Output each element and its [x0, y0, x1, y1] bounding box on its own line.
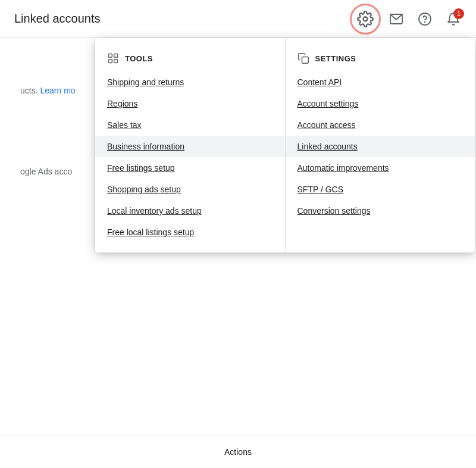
svg-rect-5 — [114, 54, 118, 58]
mail-icon — [389, 12, 403, 26]
page-title: Linked accounts — [14, 12, 101, 26]
svg-point-2 — [419, 13, 431, 25]
menu-conversion-settings[interactable]: Conversion settings — [286, 200, 475, 221]
menu-shopping-ads-setup[interactable]: Shopping ads setup — [95, 179, 285, 200]
menu-sftp-gcs[interactable]: SFTP / GCS — [286, 179, 475, 200]
actions-label: Actions — [224, 447, 252, 457]
products-text: ucts. — [20, 86, 38, 95]
notifications-button[interactable]: 1 — [440, 6, 466, 32]
menu-content-api[interactable]: Content API — [286, 71, 475, 93]
menu-shipping-returns[interactable]: Shipping and returns — [95, 71, 285, 93]
settings-header: SETTINGS — [286, 48, 475, 71]
menu-automatic-improvements[interactable]: Automatic improvements — [286, 157, 475, 179]
tools-column: TOOLS Shipping and returns Regions Sales… — [95, 38, 286, 252]
tools-col-label: TOOLS — [125, 54, 153, 63]
mail-button[interactable] — [383, 6, 409, 32]
svg-point-0 — [364, 17, 368, 21]
gear-icon — [357, 11, 374, 27]
menu-account-settings[interactable]: Account settings — [286, 93, 475, 114]
menu-free-local-listings[interactable]: Free local listings setup — [95, 221, 285, 243]
menu-free-listings-setup[interactable]: Free listings setup — [95, 157, 285, 179]
menu-linked-accounts[interactable]: Linked accounts — [286, 136, 475, 157]
svg-rect-8 — [302, 57, 308, 64]
dropdown-menu: TOOLS Shipping and returns Regions Sales… — [95, 38, 475, 252]
header-icons: 1 — [350, 4, 466, 35]
header: Linked accounts — [0, 0, 476, 38]
svg-rect-4 — [109, 54, 112, 58]
learn-more-link[interactable]: Learn mo — [40, 86, 75, 95]
menu-regions[interactable]: Regions — [95, 93, 285, 114]
notification-count-badge: 1 — [453, 8, 464, 19]
tools-header: TOOLS — [95, 48, 285, 71]
menu-account-access[interactable]: Account access — [286, 114, 475, 136]
menu-sales-tax[interactable]: Sales tax — [95, 114, 285, 136]
settings-col-label: SETTINGS — [315, 54, 356, 63]
menu-local-inventory-ads[interactable]: Local inventory ads setup — [95, 200, 285, 221]
menu-business-information[interactable]: Business information — [95, 136, 285, 157]
svg-rect-6 — [109, 60, 112, 63]
tools-grid-icon — [107, 52, 119, 64]
svg-rect-7 — [114, 60, 118, 63]
settings-button[interactable] — [350, 4, 381, 35]
actions-bar: Actions — [0, 435, 476, 468]
settings-column: SETTINGS Content API Account settings Ac… — [286, 38, 475, 252]
settings-copy-icon — [298, 52, 309, 64]
help-button[interactable] — [412, 6, 438, 32]
help-icon — [418, 12, 432, 26]
